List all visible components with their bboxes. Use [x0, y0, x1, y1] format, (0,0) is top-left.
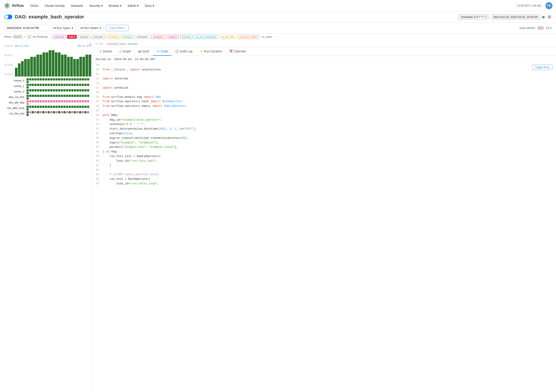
chip-no-status[interactable]: no_status [260, 35, 274, 38]
task-dot[interactable] [37, 78, 39, 80]
task-dot[interactable] [50, 100, 52, 102]
task-dot[interactable] [40, 111, 42, 113]
tab-graph[interactable]: ◇ Graph [116, 47, 135, 56]
task-dot[interactable] [87, 106, 89, 108]
task-dot[interactable] [27, 114, 29, 116]
chip-upstream-failed[interactable]: upstream_failed [238, 35, 259, 39]
task-dot[interactable] [47, 95, 50, 97]
task-dot[interactable] [55, 89, 58, 92]
chart-bar[interactable] [18, 63, 21, 77]
task-dot[interactable] [42, 78, 45, 80]
task-dot[interactable] [74, 106, 76, 108]
nav-docs[interactable]: Docs ▾ [142, 3, 156, 9]
chart-bar[interactable] [85, 54, 88, 77]
nav-cluster-activity[interactable]: Cluster Activity [43, 3, 67, 9]
task-dot[interactable] [53, 95, 55, 97]
nav-datasets[interactable]: Datasets [69, 3, 85, 9]
task-dot[interactable] [63, 78, 66, 80]
chip-failed[interactable]: failed [67, 35, 77, 39]
task-dot[interactable] [42, 89, 45, 92]
tab-audit-log[interactable]: 📋 Audit Log [171, 47, 196, 56]
task-dot[interactable] [47, 78, 50, 80]
tab-run-duration[interactable]: ⚡ Run Duration [196, 47, 226, 56]
task-dot[interactable] [85, 84, 87, 86]
chart-bar[interactable] [64, 54, 67, 77]
task-dot[interactable] [34, 100, 37, 102]
tab-calendar[interactable]: 📅 Calendar [226, 47, 250, 56]
chart-bar[interactable] [27, 59, 30, 77]
task-dot[interactable] [71, 78, 73, 80]
task-dot[interactable] [63, 106, 66, 108]
task-dot[interactable] [27, 81, 29, 83]
task-dot[interactable] [27, 103, 29, 105]
task-dot[interactable] [53, 100, 55, 102]
task-dot[interactable] [58, 95, 60, 97]
task-dot[interactable] [45, 95, 47, 97]
task-dot[interactable] [79, 100, 81, 102]
chart-bar[interactable] [76, 59, 79, 77]
task-dot[interactable] [45, 78, 47, 80]
task-dot[interactable] [85, 78, 87, 80]
task-dot[interactable] [58, 84, 60, 86]
task-dot[interactable] [37, 100, 39, 102]
task-dot[interactable] [85, 106, 87, 108]
tab-details[interactable]: ⚠ Details [96, 47, 116, 56]
task-dot[interactable] [47, 106, 50, 108]
task-dot[interactable] [55, 95, 58, 97]
chart-bar[interactable] [89, 54, 91, 77]
task-dot[interactable] [87, 95, 89, 97]
task-dot[interactable] [61, 89, 63, 92]
task-dot[interactable] [71, 106, 73, 108]
task-dot[interactable] [27, 89, 29, 92]
task-dot[interactable] [42, 84, 45, 86]
task-dot[interactable] [66, 84, 68, 86]
task-dot[interactable] [82, 100, 84, 102]
task-dot[interactable] [79, 111, 81, 113]
task-dot[interactable] [63, 100, 66, 102]
task-dot[interactable] [50, 95, 52, 97]
task-dot[interactable] [61, 111, 63, 113]
chart-bar[interactable] [52, 50, 54, 77]
chip-shutdown[interactable]: shutdown [151, 35, 165, 39]
task-dot[interactable] [58, 89, 60, 92]
task-dot[interactable] [27, 84, 29, 86]
toggle-wrap-button[interactable]: Toggle Wrap [532, 65, 553, 70]
task-dot[interactable] [32, 89, 34, 92]
chart-bar[interactable] [43, 52, 45, 77]
chart-bar[interactable] [33, 57, 36, 77]
task-dot[interactable] [27, 100, 29, 102]
task-dot[interactable] [50, 84, 52, 86]
task-dot[interactable] [55, 78, 58, 80]
task-dot[interactable] [47, 100, 50, 102]
task-dot[interactable] [61, 95, 63, 97]
task-dot[interactable] [63, 89, 66, 92]
task-dot[interactable] [63, 111, 66, 113]
auto-refresh-toggle[interactable] [537, 26, 544, 30]
task-dot[interactable] [74, 111, 76, 113]
task-dot[interactable] [58, 78, 60, 80]
task-dot[interactable] [40, 78, 42, 80]
task-dot[interactable] [47, 89, 50, 92]
task-dot[interactable] [50, 89, 52, 92]
task-dot[interactable] [27, 97, 29, 100]
task-dot[interactable] [63, 95, 66, 97]
task-dot[interactable] [45, 111, 47, 113]
task-dot[interactable] [77, 111, 79, 113]
task-dot[interactable] [87, 84, 89, 86]
task-dot[interactable] [27, 108, 29, 110]
chip-up-for-retry[interactable]: up_for_retry [219, 35, 236, 39]
chart-bar[interactable] [82, 57, 85, 77]
task-dot[interactable] [82, 111, 84, 113]
chart-bar[interactable] [67, 57, 70, 77]
task-dot[interactable] [50, 78, 52, 80]
task-dot[interactable] [79, 84, 81, 86]
breadcrumb-expand[interactable]: » [96, 42, 97, 45]
chip-running[interactable]: running [122, 35, 133, 39]
task-dot[interactable] [34, 89, 37, 92]
task-dot[interactable] [27, 86, 29, 89]
task-dot[interactable] [85, 100, 87, 102]
task-dot[interactable] [32, 84, 34, 86]
task-dot[interactable] [69, 106, 71, 108]
task-dot[interactable] [69, 84, 71, 86]
task-dot[interactable] [45, 84, 47, 86]
